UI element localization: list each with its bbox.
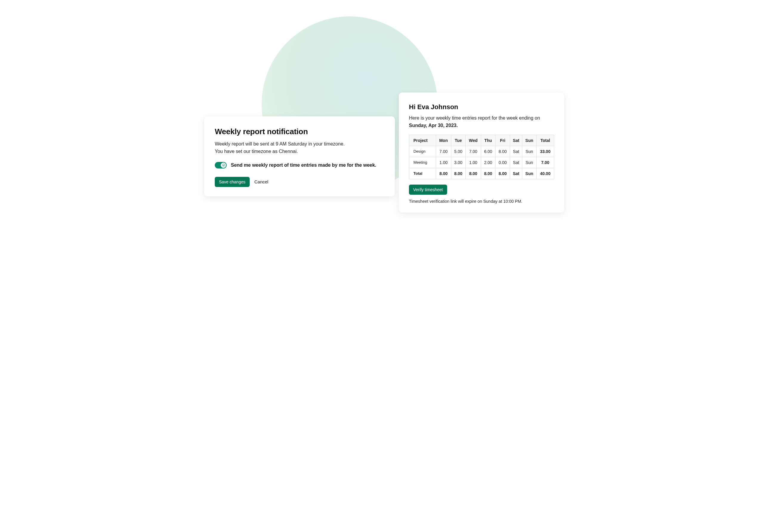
toggle-knob <box>221 163 226 168</box>
report-week-ending: Sunday, Apr 30, 2023. <box>409 123 458 128</box>
table-row: Meeting 1.00 3.00 1.00 2.00 0.00 Sat Sun… <box>409 157 554 168</box>
verify-timesheet-button[interactable]: Verify timesheet <box>409 185 447 195</box>
timesheet-expire-note: Timesheet verification link will expire … <box>409 199 554 204</box>
cancel-button[interactable]: Cancel <box>254 179 268 184</box>
check-icon <box>222 163 225 168</box>
settings-description-line-1: Weekly report will be sent at 9 AM Satur… <box>215 141 345 146</box>
cell-total: 33.00 <box>536 146 554 157</box>
cell-wed: 7.00 <box>466 146 481 157</box>
header-sat: Sat <box>510 135 522 146</box>
cell-mon: 1.00 <box>436 157 451 168</box>
header-wed: Wed <box>466 135 481 146</box>
cell-sun: Sun <box>522 157 537 168</box>
total-sun: Sun <box>522 168 537 179</box>
weekly-report-settings-card: Weekly report notification Weekly report… <box>204 116 395 197</box>
cell-sun: Sun <box>522 146 537 157</box>
total-fri: 8.00 <box>495 168 510 179</box>
row-project: Design <box>409 146 436 157</box>
cell-sat: Sat <box>510 146 522 157</box>
header-mon: Mon <box>436 135 451 146</box>
report-subtext: Here is your weekly time entries report … <box>409 115 554 129</box>
cell-total: 7.00 <box>536 157 554 168</box>
total-sat: Sat <box>510 168 522 179</box>
cell-mon: 7.00 <box>436 146 451 157</box>
cell-tue: 3.00 <box>451 157 466 168</box>
row-project: Meeting <box>409 157 436 168</box>
report-greeting: Hi Eva Johnson <box>409 103 554 111</box>
total-grand: 40.00 <box>536 168 554 179</box>
timesheet-table: Project Mon Tue Wed Thu Fri Sat Sun Tota… <box>409 135 554 179</box>
weekly-report-email-card: Hi Eva Johnson Here is your weekly time … <box>399 92 564 213</box>
save-changes-button[interactable]: Save changes <box>215 177 250 187</box>
header-tue: Tue <box>451 135 466 146</box>
header-total: Total <box>536 135 554 146</box>
cell-wed: 1.00 <box>466 157 481 168</box>
cell-fri: 0.00 <box>495 157 510 168</box>
header-fri: Fri <box>495 135 510 146</box>
table-row: Design 7.00 5.00 7.00 6.00 8.00 Sat Sun … <box>409 146 554 157</box>
header-project: Project <box>409 135 436 146</box>
cell-sat: Sat <box>510 157 522 168</box>
cell-fri: 8.00 <box>495 146 510 157</box>
table-total-row: Total 8.00 8.00 8.00 8.00 8.00 Sat Sun 4… <box>409 168 554 179</box>
header-thu: Thu <box>481 135 495 146</box>
row-project-total: Total <box>409 168 436 179</box>
total-wed: 8.00 <box>466 168 481 179</box>
weekly-report-toggle[interactable] <box>215 162 227 168</box>
svg-point-0 <box>222 164 225 166</box>
cell-thu: 6.00 <box>481 146 495 157</box>
report-subtext-prefix: Here is your weekly time entries report … <box>409 115 540 120</box>
timesheet-header-row: Project Mon Tue Wed Thu Fri Sat Sun Tota… <box>409 135 554 146</box>
total-mon: 8.00 <box>436 168 451 179</box>
total-thu: 8.00 <box>481 168 495 179</box>
header-sun: Sun <box>522 135 537 146</box>
settings-description-line-2: You have set our timezone as Chennai. <box>215 149 298 154</box>
cell-tue: 5.00 <box>451 146 466 157</box>
weekly-report-toggle-row: Send me weekly report of time entries ma… <box>215 162 384 168</box>
weekly-report-toggle-label: Send me weekly report of time entries ma… <box>231 163 376 168</box>
settings-title: Weekly report notification <box>215 127 384 136</box>
cell-thu: 2.00 <box>481 157 495 168</box>
settings-button-row: Save changes Cancel <box>215 177 384 187</box>
settings-description: Weekly report will be sent at 9 AM Satur… <box>215 140 384 155</box>
total-tue: 8.00 <box>451 168 466 179</box>
